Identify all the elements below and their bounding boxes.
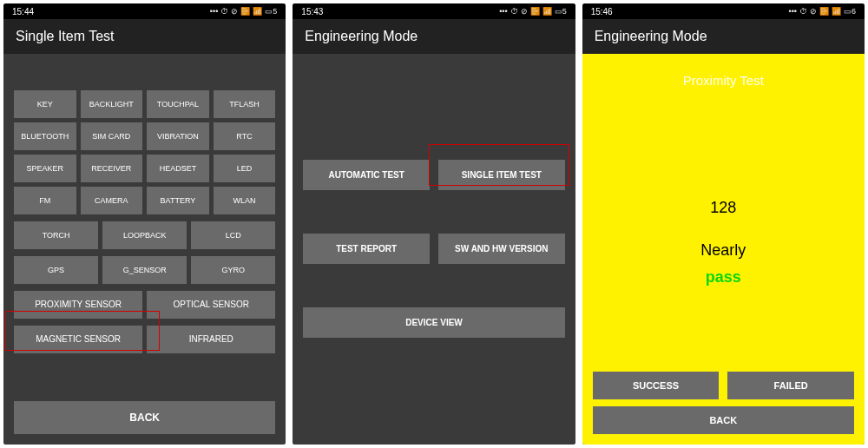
clock: 15:43 bbox=[301, 7, 323, 16]
test-receiver[interactable]: RECEIVER bbox=[81, 155, 143, 182]
status-bar: 15:43 ••• ⏱ ⊘ 📴 📶 ▭5 bbox=[293, 3, 575, 19]
test-led[interactable]: LED bbox=[214, 155, 276, 182]
dnd-icon: ⊘ bbox=[810, 7, 817, 16]
test-vibration[interactable]: VIBRATION bbox=[147, 122, 209, 150]
test-bluetooth[interactable]: BLUETOOTH bbox=[14, 122, 76, 150]
test-touchpal[interactable]: TOUCHPAL bbox=[147, 90, 209, 118]
test-infrared[interactable]: INFRARED bbox=[147, 326, 275, 353]
test-optical[interactable]: OPTICAL SENSOR bbox=[147, 291, 275, 319]
eng-row2: TEST REPORT SW AND HW VERSION bbox=[303, 234, 564, 264]
back-button[interactable]: BACK bbox=[593, 406, 854, 434]
phone-screen-2: 15:43 ••• ⏱ ⊘ 📴 📶 ▭5 Engineering Mode AU… bbox=[293, 3, 575, 445]
proximity-status-pass: pass bbox=[593, 268, 854, 287]
body: Proximity Test 128 Nearly pass SUCCESS F… bbox=[582, 54, 865, 445]
test-torch[interactable]: TORCH bbox=[14, 221, 98, 249]
battery-icon: ▭5 bbox=[265, 7, 277, 16]
proximity-status-nearly: Nearly bbox=[593, 241, 854, 260]
alarm-icon: ⏱ bbox=[799, 7, 807, 16]
proximity-value: 128 bbox=[593, 199, 854, 217]
eng-row1: AUTOMATIC TEST SINGLE ITEM TEST bbox=[303, 160, 564, 190]
test-gps[interactable]: GPS bbox=[14, 256, 98, 284]
test-rtc[interactable]: RTC bbox=[214, 122, 276, 150]
status-bar: 15:46 ••• ⏱ ⊘ 📴 📶 ▭6 bbox=[582, 3, 865, 19]
vibrate-icon: 📴 bbox=[240, 7, 250, 16]
dots-icon: ••• bbox=[499, 7, 507, 16]
dots-icon: ••• bbox=[789, 7, 797, 16]
test-backlight[interactable]: BACKLIGHT bbox=[81, 90, 143, 118]
status-icons: ••• ⏱ ⊘ 📴 📶 ▭5 bbox=[210, 7, 277, 16]
test-speaker[interactable]: SPEAKER bbox=[14, 155, 76, 182]
result-row: SUCCESS FAILED bbox=[593, 372, 854, 399]
automatic-test-button[interactable]: AUTOMATIC TEST bbox=[303, 160, 430, 190]
title-bar: Engineering Mode bbox=[582, 19, 865, 54]
test-simcard[interactable]: SIM CARD bbox=[81, 122, 143, 150]
clock: 15:44 bbox=[12, 7, 34, 16]
test-report-button[interactable]: TEST REPORT bbox=[303, 234, 430, 264]
test-camera[interactable]: CAMERA bbox=[81, 187, 143, 214]
test-gsensor[interactable]: G_SENSOR bbox=[102, 256, 187, 284]
wide-row1: PROXIMITY SENSOR OPTICAL SENSOR bbox=[14, 291, 275, 319]
test-gyro[interactable]: GYRO bbox=[191, 256, 275, 284]
title-bar: Single Item Test bbox=[3, 19, 286, 54]
test-magnetic[interactable]: MAGNETIC SENSOR bbox=[14, 326, 142, 353]
alarm-icon: ⏱ bbox=[510, 7, 518, 16]
page-title: Engineering Mode bbox=[305, 29, 418, 44]
clock: 15:46 bbox=[591, 7, 613, 16]
phone-screen-3: 15:46 ••• ⏱ ⊘ 📴 📶 ▭6 Engineering Mode Pr… bbox=[582, 3, 865, 445]
battery-icon: ▭6 bbox=[844, 7, 856, 16]
proximity-test-title: Proximity Test bbox=[593, 73, 854, 88]
status-bar: 15:44 ••• ⏱ ⊘ 📴 📶 ▭5 bbox=[3, 3, 286, 19]
row3b: GPS G_SENSOR GYRO bbox=[14, 256, 275, 284]
phone-screen-1: 15:44 ••• ⏱ ⊘ 📴 📶 ▭5 Single Item Test KE… bbox=[3, 3, 286, 445]
status-icons: ••• ⏱ ⊘ 📴 📶 ▭5 bbox=[499, 7, 566, 16]
test-battery[interactable]: BATTERY bbox=[147, 187, 209, 214]
dots-icon: ••• bbox=[210, 7, 218, 16]
status-icons: ••• ⏱ ⊘ 📴 📶 ▭6 bbox=[789, 7, 856, 16]
single-item-test-button[interactable]: SINGLE ITEM TEST bbox=[438, 160, 565, 190]
body: AUTOMATIC TEST SINGLE ITEM TEST TEST REP… bbox=[293, 54, 575, 445]
body: KEY BACKLIGHT TOUCHPAL TFLASH BLUETOOTH … bbox=[3, 54, 286, 445]
wifi-icon: 📶 bbox=[253, 7, 262, 16]
test-grid: KEY BACKLIGHT TOUCHPAL TFLASH BLUETOOTH … bbox=[14, 90, 275, 214]
test-fm[interactable]: FM bbox=[14, 187, 76, 214]
alarm-icon: ⏱ bbox=[220, 7, 228, 16]
vibrate-icon: 📴 bbox=[819, 7, 829, 16]
battery-icon: ▭5 bbox=[555, 7, 567, 16]
test-headset[interactable]: HEADSET bbox=[147, 155, 209, 182]
test-loopback[interactable]: LOOPBACK bbox=[102, 221, 187, 249]
page-title: Single Item Test bbox=[16, 29, 115, 44]
row3a: TORCH LOOPBACK LCD bbox=[14, 221, 275, 249]
title-bar: Engineering Mode bbox=[293, 19, 575, 54]
wifi-icon: 📶 bbox=[542, 7, 552, 16]
wifi-icon: 📶 bbox=[832, 7, 841, 16]
test-lcd[interactable]: LCD bbox=[191, 221, 275, 249]
test-tflash[interactable]: TFLASH bbox=[214, 90, 276, 118]
test-wlan[interactable]: WLAN bbox=[214, 187, 276, 214]
dnd-icon: ⊘ bbox=[521, 7, 528, 16]
eng-row3: DEVICE VIEW bbox=[303, 307, 564, 338]
bottom-buttons: SUCCESS FAILED BACK bbox=[593, 372, 854, 434]
dnd-icon: ⊘ bbox=[231, 7, 238, 16]
vibrate-icon: 📴 bbox=[530, 7, 540, 16]
test-proximity[interactable]: PROXIMITY SENSOR bbox=[14, 291, 142, 319]
failed-button[interactable]: FAILED bbox=[727, 372, 854, 399]
device-view-button[interactable]: DEVICE VIEW bbox=[303, 307, 564, 338]
page-title: Engineering Mode bbox=[595, 29, 707, 44]
success-button[interactable]: SUCCESS bbox=[593, 372, 720, 399]
sw-hw-version-button[interactable]: SW AND HW VERSION bbox=[438, 234, 565, 264]
eng-rows: AUTOMATIC TEST SINGLE ITEM TEST TEST REP… bbox=[303, 160, 564, 338]
back-button[interactable]: BACK bbox=[14, 401, 275, 434]
test-key[interactable]: KEY bbox=[14, 90, 76, 118]
wide-row2: MAGNETIC SENSOR INFRARED bbox=[14, 326, 275, 353]
